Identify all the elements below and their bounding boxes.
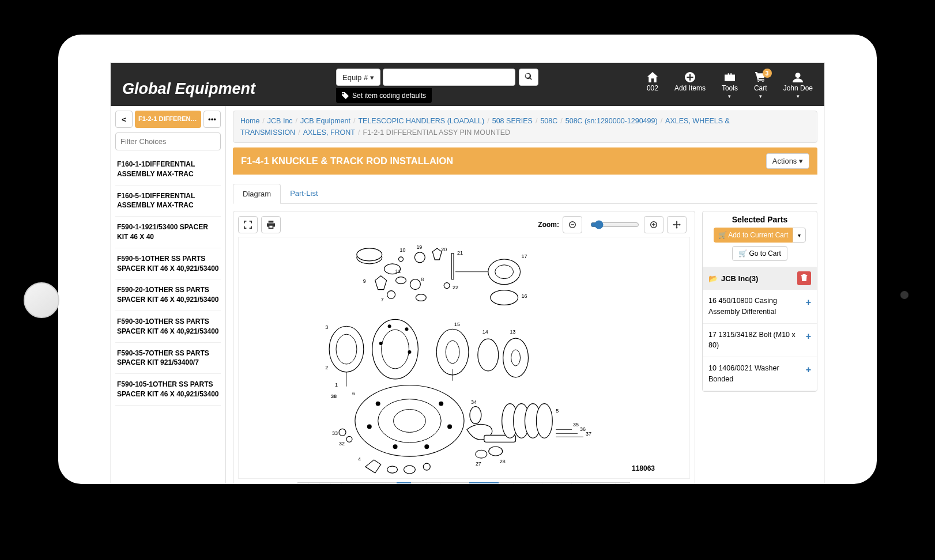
go-to-cart-button[interactable]: 🛒 Go to Cart [732,246,787,261]
parts-group-header[interactable]: 📂 JCB Inc(3) [703,267,817,290]
caret-down-icon: ▾ [799,157,803,165]
svg-text:21: 21 [457,250,463,256]
svg-text:9: 9 [363,278,366,284]
move-button[interactable] [667,216,687,233]
page-number[interactable]: 10 [397,482,412,483]
page-number[interactable]: 7 [364,482,375,483]
page-number[interactable]: 1 [297,482,309,483]
page-number[interactable]: 14 [440,482,455,483]
sidebar-back-button[interactable]: < [115,111,133,128]
sidebar-item[interactable]: F590-30-1OTHER SS PARTS SPACER KIT 46 X … [115,311,221,343]
sidebar-item[interactable]: F590-35-7OTHER SS PARTS SPACER KIT 921/5… [115,343,221,374]
page-number[interactable]: 20 [527,482,542,483]
breadcrumb-separator: / [533,117,540,125]
page-number[interactable]: 21 [542,482,557,483]
print-button[interactable] [261,216,281,233]
selected-part-item[interactable]: 16 450/10800 Casing Assembly Differentia… [703,290,817,324]
zoom-in-button[interactable] [644,216,663,233]
page-number[interactable]: 3 [319,482,331,483]
page-number[interactable]: 8 [375,482,386,483]
tab-diagram[interactable]: Diagram [233,184,281,204]
page-number[interactable]: 24 [586,482,601,483]
nav-tools[interactable]: Tools ▾ [722,72,738,99]
breadcrumb-item[interactable]: JCB Equipment [300,117,350,125]
sidebar-item[interactable]: F590-105-1OTHER SS PARTS SPACER KIT 46 X… [115,374,221,406]
breadcrumb-item[interactable]: TELESCOPIC HANDLERS (LOADALL) [358,117,484,125]
sidebar-item[interactable]: F590-5-1OTHER SS PARTS SPACER KIT 46 X 4… [115,248,221,280]
search-button[interactable] [519,69,538,86]
diagram-image[interactable]: 10 19 20 21 22 9 11 8 7 [238,237,690,479]
page-number[interactable]: 6 [353,482,364,483]
home-icon [647,72,658,82]
zoom-slider[interactable] [590,220,639,229]
add-part-button[interactable]: + [806,296,811,309]
page-number[interactable]: 18 [499,482,514,483]
breadcrumb-item[interactable]: 508C [540,117,557,125]
tablet-home-button [24,282,59,318]
breadcrumb-separator: / [295,128,303,137]
breadcrumb-item[interactable]: AXLES, FRONT [303,128,355,137]
svg-text:5: 5 [556,408,559,414]
breadcrumb-item[interactable]: 508 SERIES [492,117,533,125]
svg-text:15: 15 [454,321,460,327]
sidebar-current-item[interactable]: F1-2-1 DIFFERENTI... [135,111,201,128]
page-number[interactable]: 11 [411,482,426,483]
search-input[interactable] [383,69,515,86]
filter-choices-input[interactable] [115,133,221,150]
svg-point-6 [357,248,382,261]
delete-group-button[interactable] [797,271,811,285]
svg-text:36: 36 [580,426,586,432]
svg-text:11: 11 [395,268,401,274]
svg-text:10: 10 [400,247,406,253]
zoom-out-button[interactable] [563,216,582,233]
fullscreen-button[interactable] [238,216,258,233]
page-number[interactable]: 4 [330,482,342,483]
sidebar-item[interactable]: F160-5-1DIFFERENTIAL ASSEMBLY MAX-TRAC [115,186,221,217]
coding-defaults-link[interactable]: Set item coding defaults [336,88,432,103]
app-header: Global Equipment Equip # ▾ Set item codi… [111,63,824,106]
nav-user[interactable]: John Doe ▾ [783,72,813,99]
breadcrumb-item[interactable]: 508C (sn:1290000-1290499) [565,117,658,125]
breadcrumb-item[interactable]: Home [240,117,259,125]
page-number[interactable]: 22 [557,482,572,483]
nav-cart[interactable]: 3 Cart ▾ [754,72,767,99]
nav-add-items[interactable]: Add Items [674,72,706,99]
svg-point-68 [470,407,481,424]
page-number[interactable]: 9 [386,482,397,483]
nav-home[interactable]: 002 [647,72,658,99]
page-number[interactable]: 5 [341,482,353,483]
page-number[interactable]: 15 [455,482,470,483]
add-part-button[interactable]: + [806,363,811,377]
caret-down-icon: ▾ [728,93,731,99]
svg-point-56 [376,402,380,406]
page-number[interactable]: 2 [308,482,320,483]
cart-icon: 🛒 [718,231,729,239]
selected-part-item[interactable]: 10 1406/0021 Washer Bonded+ [703,357,817,391]
page-number[interactable]: 16 [469,482,484,483]
svg-point-38 [405,327,408,331]
briefcase-icon [725,72,735,82]
breadcrumb-separator: / [293,117,300,125]
breadcrumb-separator: / [259,117,267,125]
page-number[interactable]: 23 [571,482,586,483]
page-number[interactable]: 13 [426,482,441,483]
actions-dropdown[interactable]: Actions ▾ [766,153,809,169]
sidebar-item[interactable]: F160-1-1DIFFERENTIAL ASSEMBLY MAX-TRAC [115,154,221,186]
page-number[interactable]: 26 [615,482,630,483]
page-number[interactable]: 17 [484,482,499,483]
svg-text:3: 3 [325,324,328,330]
sidebar-more-button[interactable]: ••• [203,111,221,128]
add-to-cart-dropdown[interactable]: ▾ [793,228,806,243]
sidebar-item[interactable]: F590-1-1921/53400 SPACER KIT 46 X 40 [115,217,221,248]
add-to-cart-button[interactable]: 🛒 Add to Current Cart [714,228,793,243]
page-number[interactable]: 25 [601,482,616,483]
svg-text:33: 33 [332,430,338,436]
add-part-button[interactable]: + [806,330,811,343]
search-type-dropdown[interactable]: Equip # ▾ [336,69,380,86]
selected-part-item[interactable]: 17 1315/3418Z Bolt (M10 x 80)+ [703,324,817,358]
svg-point-61 [424,444,429,449]
tab-partlist[interactable]: Part-List [281,184,327,203]
page-number[interactable]: 19 [513,482,528,483]
breadcrumb-item[interactable]: JCB Inc [267,117,293,125]
sidebar-item[interactable]: F590-20-1OTHER SS PARTS SPACER KIT 46 X … [115,279,221,311]
